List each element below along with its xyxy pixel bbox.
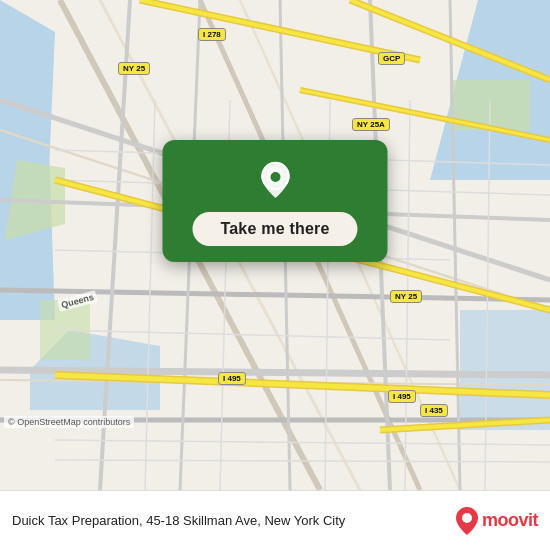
- osm-credit: © OpenStreetMap contributors: [4, 416, 134, 428]
- highway-badge-i278: I 278: [198, 28, 226, 41]
- location-pin-icon: [253, 158, 297, 202]
- bottom-bar: Duick Tax Preparation, 45-18 Skillman Av…: [0, 490, 550, 550]
- svg-line-21: [55, 460, 550, 462]
- map-container: I 278 NY 25 GCP NY 25A NY 25 NY 25 I 495…: [0, 0, 550, 490]
- highway-badge-i495-left: I 495: [218, 372, 246, 385]
- location-card: Take me there: [162, 140, 387, 262]
- svg-point-43: [270, 172, 280, 182]
- take-me-there-button[interactable]: Take me there: [192, 212, 357, 246]
- svg-line-15: [450, 0, 460, 490]
- highway-badge-i435: I 435: [420, 404, 448, 417]
- highway-badge-ny25-top: NY 25: [118, 62, 150, 75]
- moovit-pin-icon: [456, 507, 478, 535]
- moovit-logo: moovit: [456, 507, 538, 535]
- highway-badge-ny25-right: NY 25: [390, 290, 422, 303]
- svg-line-20: [55, 440, 550, 445]
- address-text: Duick Tax Preparation, 45-18 Skillman Av…: [12, 513, 456, 528]
- svg-line-36: [300, 90, 550, 140]
- highway-badge-ny25a: NY 25A: [352, 118, 390, 131]
- moovit-wordmark: moovit: [482, 510, 538, 531]
- highway-badge-i495-right: I 495: [388, 390, 416, 403]
- highway-badge-gcp: GCP: [378, 52, 405, 65]
- svg-point-44: [462, 513, 472, 523]
